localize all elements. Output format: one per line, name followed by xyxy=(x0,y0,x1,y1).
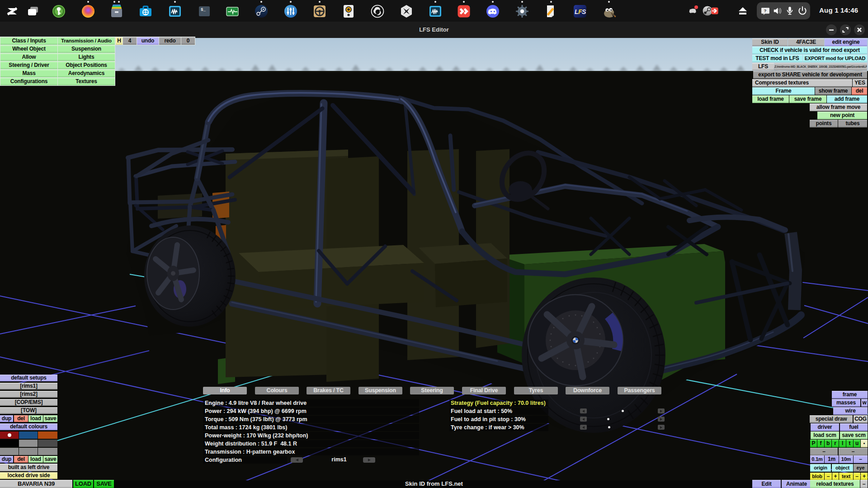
svg-text:S: S xyxy=(582,8,586,15)
svg-text:$_: $_ xyxy=(201,8,206,12)
svg-text:?: ? xyxy=(764,8,767,13)
